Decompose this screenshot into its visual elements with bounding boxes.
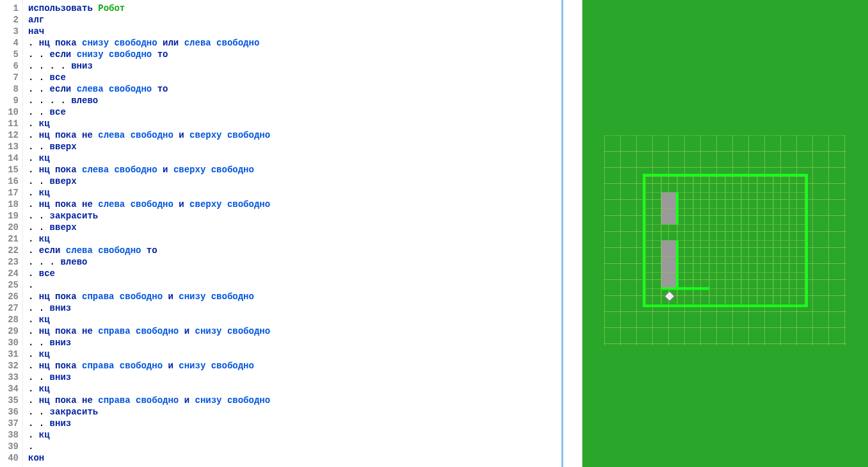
code-line[interactable]: . кц — [28, 348, 561, 360]
field-cell — [725, 192, 741, 208]
code-line[interactable]: . — [28, 279, 561, 291]
field-cell — [757, 208, 773, 224]
field-cell — [789, 176, 805, 192]
robot-field — [643, 174, 808, 307]
code-line[interactable]: . . вниз — [28, 337, 561, 348]
field-cell — [645, 224, 661, 240]
inner-wall — [676, 240, 679, 288]
code-line[interactable]: . . . . вниз — [28, 60, 561, 72]
robot-field-pane — [583, 0, 868, 467]
code-line[interactable]: . нц пока не справа свободно и снизу сво… — [28, 325, 561, 337]
field-cell — [693, 208, 709, 224]
field-cell — [741, 224, 757, 240]
code-line[interactable]: . . если слева свободно то — [28, 83, 561, 95]
field-cell — [741, 240, 757, 256]
code-line[interactable]: . кц — [28, 233, 561, 245]
inner-wall — [676, 192, 679, 224]
code-line[interactable]: . нц пока справа свободно и снизу свобод… — [28, 291, 561, 302]
code-line[interactable]: . нц пока справа свободно и снизу свобод… — [28, 360, 561, 372]
field-cell — [789, 288, 805, 304]
code-line[interactable]: . . закрасить — [28, 210, 561, 222]
code-line[interactable]: . кц — [28, 314, 561, 325]
code-line[interactable]: использовать Робот — [28, 3, 561, 14]
code-line[interactable]: . . если снизу свободно то — [28, 49, 561, 60]
field-cell — [645, 208, 661, 224]
field-cell — [677, 192, 693, 208]
field-cell-painted — [661, 192, 677, 208]
code-line[interactable]: . нц пока слева свободно и сверху свобод… — [28, 164, 561, 176]
code-line[interactable]: . кц — [28, 118, 561, 129]
field-cell — [757, 288, 773, 304]
code-line[interactable]: . нц пока снизу свободно или слева свобо… — [28, 37, 561, 49]
code-line[interactable]: . . закрасить — [28, 406, 561, 418]
field-cell — [773, 240, 789, 256]
field-cell-painted — [661, 256, 677, 272]
code-line[interactable]: . . . . влево — [28, 95, 561, 106]
code-editor-pane[interactable]: 1234567891011121314151617181920212223242… — [0, 0, 563, 467]
field-cell — [709, 256, 725, 272]
field-cell — [709, 224, 725, 240]
field-cell — [725, 272, 741, 288]
field-cell — [741, 176, 757, 192]
field-cell — [773, 176, 789, 192]
field-cell — [725, 208, 741, 224]
field-cell — [757, 176, 773, 192]
code-line[interactable]: . нц пока не слева свободно и сверху сво… — [28, 199, 561, 210]
code-line[interactable]: кон — [28, 452, 561, 464]
field-cell — [645, 256, 661, 272]
field-cell — [661, 224, 677, 240]
field-cell — [757, 272, 773, 288]
field-cell — [645, 176, 661, 192]
code-line[interactable]: . если слева свободно то — [28, 245, 561, 256]
field-cell — [693, 288, 709, 304]
field-cell — [773, 272, 789, 288]
field-cell — [645, 240, 661, 256]
code-area[interactable]: использовать Роботалгнач. нц пока снизу … — [23, 0, 561, 467]
field-cell-painted — [661, 272, 677, 288]
field-cell — [677, 272, 693, 288]
code-line[interactable]: . нц пока не справа свободно и снизу сво… — [28, 395, 561, 406]
field-cell — [757, 224, 773, 240]
code-line[interactable]: . все — [28, 268, 561, 279]
field-cell — [789, 224, 805, 240]
field-cell — [757, 240, 773, 256]
code-line[interactable]: . . вниз — [28, 418, 561, 429]
field-cell — [693, 224, 709, 240]
code-line[interactable]: . кц — [28, 429, 561, 441]
field-cell — [709, 272, 725, 288]
field-cell — [693, 192, 709, 208]
field-cell — [677, 224, 693, 240]
field-cell — [709, 192, 725, 208]
code-line[interactable]: . . вверх — [28, 222, 561, 233]
code-line[interactable]: . . вниз — [28, 302, 561, 314]
field-cell — [725, 288, 741, 304]
code-line[interactable]: . . вверх — [28, 141, 561, 152]
code-line[interactable]: . . вверх — [28, 176, 561, 187]
code-line[interactable]: . нц пока не слева свободно и сверху сво… — [28, 129, 561, 141]
field-cell — [677, 240, 693, 256]
field-cell — [757, 256, 773, 272]
field-cell — [789, 272, 805, 288]
code-line[interactable]: . кц — [28, 187, 561, 199]
code-line[interactable]: . кц — [28, 152, 561, 164]
code-line[interactable]: нач — [28, 26, 561, 37]
field-cell — [677, 208, 693, 224]
code-line[interactable]: алг — [28, 14, 561, 26]
field-cell — [741, 272, 757, 288]
code-line[interactable]: . . все — [28, 106, 561, 118]
code-line[interactable]: . . вниз — [28, 372, 561, 383]
code-line[interactable]: . — [28, 441, 561, 452]
field-cell — [773, 256, 789, 272]
field-cell — [773, 208, 789, 224]
field-cell — [693, 256, 709, 272]
inner-wall — [661, 287, 709, 290]
field-cell — [677, 256, 693, 272]
field-cell-painted — [661, 208, 677, 224]
code-line[interactable]: . кц — [28, 383, 561, 395]
code-line[interactable]: . . все — [28, 72, 561, 83]
field-cell — [693, 272, 709, 288]
code-line[interactable]: . . . влево — [28, 256, 561, 268]
field-cell — [677, 288, 693, 304]
field-cell — [693, 176, 709, 192]
field-cell — [725, 240, 741, 256]
